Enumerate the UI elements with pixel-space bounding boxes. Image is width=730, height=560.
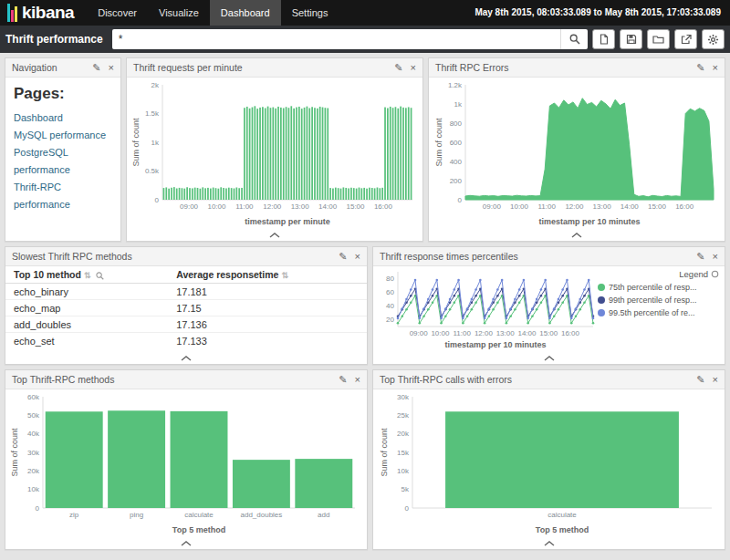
chevron-up-icon [571,233,582,238]
svg-text:1k: 1k [454,100,463,109]
collapse-panel-button[interactable] [5,352,367,364]
page-link-dashboard[interactable]: Dashboard [14,109,112,127]
filter-column-icon[interactable] [96,272,104,280]
table-row[interactable]: echo_set17.133 [5,333,367,349]
edit-panel-icon[interactable]: ✎ [339,252,347,262]
collapse-panel-button[interactable] [373,537,725,549]
dashboard-grid: Navigation ✎ × Pages: Dashboard MySQL pe… [0,53,730,555]
percentiles-chart: 2040608009:0010:0011:0012:0013:0014:0015… [373,266,598,352]
legend-entries: 75th percentile of resp...99th percentil… [598,281,719,319]
svg-text:11:00: 11:00 [453,329,471,337]
svg-text:add_doubles: add_doubles [240,511,282,519]
panel-title: Top Thrift-RPC methods [12,374,114,385]
legend-entry[interactable]: 99.5th percentile of re... [598,306,719,319]
svg-text:30k: 30k [27,449,40,457]
svg-text:14:00: 14:00 [517,329,537,337]
svg-text:calculate: calculate [184,511,214,519]
close-panel-icon[interactable]: × [355,375,360,385]
svg-text:11:00: 11:00 [235,202,254,211]
svg-text:13:00: 13:00 [291,202,310,211]
panel-title: Thrift RPC Errors [435,62,509,73]
panel-header: Slowest Thrift RPC methods ✎ × [5,247,367,266]
kibana-logo[interactable]: kibana [0,0,87,26]
time-range-picker[interactable]: May 8th 2015, 08:03:33.089 to May 8th 20… [465,0,730,26]
svg-text:30k: 30k [397,393,410,401]
edit-panel-icon[interactable]: ✎ [92,63,100,73]
column-header-responsetime[interactable]: Average responsetime⇅ [168,266,367,284]
top-methods-chart: 010k20k30k40k50k60kzippingcalculateadd_d… [5,389,367,537]
close-panel-icon[interactable]: × [411,63,416,73]
collapse-panel-button[interactable] [5,537,367,549]
close-panel-icon[interactable]: × [355,252,360,262]
collapse-panel-button[interactable] [429,229,725,241]
svg-text:16:00: 16:00 [374,202,393,211]
close-panel-icon[interactable]: × [713,63,718,73]
svg-text:13:00: 13:00 [496,329,516,337]
panel-thrift-rpc-errors: Thrift RPC Errors ✎ × 02004006008001k1.2… [428,57,725,242]
edit-panel-icon[interactable]: ✎ [696,63,704,73]
column-header-method[interactable]: Top 10 method⇅ [5,266,168,284]
panel-header: Navigation ✎ × [5,58,120,78]
edit-panel-icon[interactable]: ✎ [339,375,347,385]
page-link-thrift-rpc[interactable]: Thrift-RPC performance [14,179,112,213]
table-row[interactable]: echo_binary17.181 [5,284,367,300]
open-folder-icon [652,34,664,45]
close-panel-icon[interactable]: × [713,375,718,385]
new-dashboard-button[interactable] [592,29,615,49]
svg-text:20: 20 [386,316,394,324]
panel-header: Top Thrift-RPC methods ✎ × [5,370,367,389]
collapse-panel-button[interactable] [373,352,725,364]
legend: Legend 75th percentile of resp...99th pe… [598,266,725,352]
svg-text:15:00: 15:00 [648,202,667,211]
navigation-content: Pages: Dashboard MySQL performance Postg… [5,78,120,241]
svg-text:0: 0 [36,504,40,513]
svg-text:timestamp per 10 minutes: timestamp per 10 minutes [444,340,546,349]
logo-stripe [11,10,14,22]
svg-text:5k: 5k [401,485,409,493]
page-link-postgresql[interactable]: PostgreSQL performance [14,144,112,179]
svg-text:60: 60 [386,288,394,296]
svg-text:11:00: 11:00 [537,202,556,211]
svg-text:ping: ping [130,511,143,519]
top_thrift_rpc_methods-svg: 010k20k30k40k50k60kzippingcalculateadd_d… [8,389,364,535]
page-link-mysql[interactable]: MySQL performance [14,127,112,144]
svg-text:600: 600 [450,139,463,147]
edit-panel-icon[interactable]: ✎ [394,63,402,73]
search-icon [569,34,580,45]
close-panel-icon[interactable]: × [109,63,114,73]
main-nav: Discover Visualize Dashboard Settings [87,0,339,26]
legend-label: 75th percentile of resp... [609,281,697,294]
load-dashboard-button[interactable] [647,29,670,49]
table-row[interactable]: add_doubles17.136 [5,316,367,333]
panel-title: Thrift requests per minute [133,62,243,73]
search-button[interactable] [560,29,588,49]
svg-text:10k: 10k [27,485,40,493]
table-row[interactable]: echo_map17.15 [5,300,367,316]
sort-icon: ⇅ [84,271,91,280]
share-export-icon [681,34,692,45]
search-input[interactable] [112,29,560,49]
nav-item-settings[interactable]: Settings [281,0,339,26]
legend-entry[interactable]: 75th percentile of resp... [598,281,719,294]
collapse-panel-button[interactable] [127,229,422,241]
share-dashboard-button[interactable] [674,29,697,49]
edit-panel-icon[interactable]: ✎ [696,375,704,385]
dashboard-settings-button[interactable] [702,29,725,49]
column-label: Top 10 method [14,269,81,280]
legend-toggle[interactable]: Legend [598,269,719,279]
svg-text:Sum of count: Sum of count [131,118,141,167]
panel-title: Navigation [12,62,57,73]
panel-thrift-response-times-percentiles: Thrift response times percentiles ✎ × 20… [372,246,725,365]
panel-header: Thrift requests per minute ✎ × [127,58,422,78]
legend-label: 99th percentile of resp... [609,294,697,306]
panel-header: Thrift response times percentiles ✎ × [373,247,725,266]
nav-item-dashboard[interactable]: Dashboard [210,0,281,26]
save-icon [626,34,637,45]
legend-entry[interactable]: 99th percentile of resp... [598,294,719,306]
nav-item-visualize[interactable]: Visualize [148,0,210,26]
close-panel-icon[interactable]: × [713,252,718,262]
svg-text:400: 400 [450,158,463,166]
nav-item-discover[interactable]: Discover [87,0,148,26]
edit-panel-icon[interactable]: ✎ [696,252,704,262]
save-dashboard-button[interactable] [620,29,642,49]
